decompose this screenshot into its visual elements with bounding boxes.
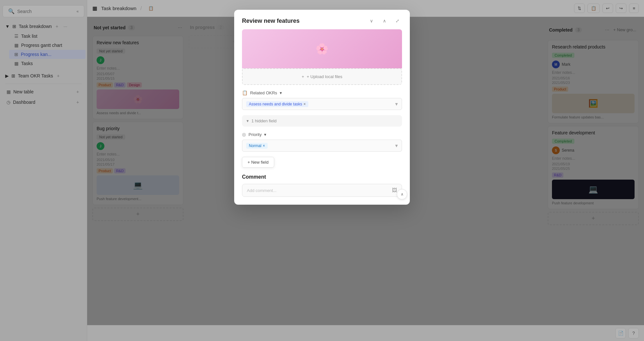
upload-icon: + — [302, 74, 304, 79]
hidden-field-label: 1 hidden field — [251, 118, 276, 123]
upload-label: + Upload local files — [307, 74, 342, 79]
okrs-dropdown-icon: ▾ — [280, 90, 282, 95]
modal-upload-area[interactable]: + + Upload local files — [242, 68, 402, 85]
priority-selected-text: Normal — [249, 143, 262, 148]
comment-input-area[interactable]: 🖼 — [242, 184, 402, 197]
scroll-up-button[interactable]: ∧ — [397, 189, 407, 199]
modal-collapse-button[interactable]: ∨ — [367, 16, 376, 25]
new-field-button[interactable]: + New field — [242, 157, 274, 168]
modal-body: 🌸 + + Upload local files 📋 Related OKRs … — [234, 29, 410, 205]
related-okrs-label: 📋 Related OKRs ▾ — [242, 90, 402, 95]
okrs-label-text: Related OKRs — [250, 90, 277, 95]
comment-section: Comment 🖼 — [242, 174, 402, 197]
okrs-icon: 📋 — [242, 90, 248, 95]
priority-section: ◎ Priority ▾ Normal × ▾ — [242, 132, 402, 152]
priority-remove-button[interactable]: × — [263, 143, 265, 148]
related-okrs-select[interactable]: Assess needs and divide tasks × ▾ — [242, 98, 402, 110]
okrs-selected-tag: Assess needs and divide tasks × — [246, 101, 308, 107]
modal-image-area: 🌸 + + Upload local files — [242, 29, 402, 85]
okrs-selected-text: Assess needs and divide tasks — [249, 102, 302, 106]
priority-arrow-icon: ▾ — [395, 143, 398, 149]
comment-attach-icon[interactable]: 🖼 — [392, 187, 397, 193]
modal-overlay: Review new features ∨ ∧ ⤢ 🌸 + + Upload l… — [0, 0, 644, 341]
modal-image-placeholder: 🌸 — [242, 29, 402, 68]
comment-label: Comment — [242, 174, 402, 180]
modal-fullscreen-button[interactable]: ⤢ — [393, 16, 402, 25]
modal-title: Review new features — [242, 18, 363, 24]
priority-normal-tag: Normal × — [246, 143, 268, 149]
related-okrs-section: 📋 Related OKRs ▾ Assess needs and divide… — [242, 90, 402, 110]
select-arrow-icon: ▾ — [395, 101, 398, 107]
priority-label-text: Priority — [248, 132, 262, 137]
priority-icon: ◎ — [242, 132, 246, 137]
modal-header: Review new features ∨ ∧ ⤢ — [234, 10, 410, 29]
hidden-toggle-icon: ▾ — [247, 118, 249, 123]
hidden-field-toggle[interactable]: ▾ 1 hidden field — [242, 115, 402, 127]
modal: Review new features ∨ ∧ ⤢ 🌸 + + Upload l… — [234, 10, 410, 205]
priority-label: ◎ Priority ▾ — [242, 132, 402, 137]
priority-dropdown-icon: ▾ — [264, 132, 266, 137]
okrs-remove-button[interactable]: × — [303, 102, 306, 106]
comment-input[interactable] — [247, 188, 389, 193]
priority-select[interactable]: Normal × ▾ — [242, 140, 402, 152]
modal-expand-up-button[interactable]: ∧ — [380, 16, 389, 25]
